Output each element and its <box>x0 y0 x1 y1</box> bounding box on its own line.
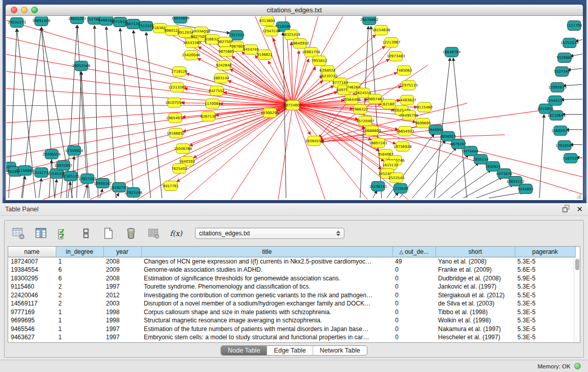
table-cell[interactable]: 2003 <box>103 299 141 308</box>
table-cell[interactable]: Embryonic stem cells: a model to study s… <box>141 333 393 342</box>
table-cell[interactable]: 2 <box>56 299 103 308</box>
table-cell[interactable]: 2008 <box>103 257 141 266</box>
graph-node[interactable]: 6879197 <box>450 139 466 149</box>
table-selector[interactable]: citations_edges.txt <box>195 228 344 239</box>
column-header-name[interactable]: name <box>8 247 56 257</box>
graph-node[interactable]: 9115460 <box>417 102 432 112</box>
table-cell[interactable]: 9777169 <box>8 308 56 317</box>
column-header-out-de-[interactable]: △out_de... <box>393 247 435 257</box>
create-column-icon[interactable] <box>102 227 115 240</box>
graph-node[interactable]: 19654932 <box>166 113 185 123</box>
column-header-year[interactable]: year <box>103 247 141 257</box>
table-cell[interactable]: 2 <box>56 282 103 291</box>
table-cell[interactable]: 18300295 <box>8 274 56 283</box>
graph-node[interactable]: 12444154 <box>546 96 564 105</box>
table-cell[interactable]: 5.3E-5 <box>515 308 575 317</box>
network-window-titlebar[interactable]: citations_edges.txt <box>6 5 583 16</box>
table-cell[interactable]: 1 <box>56 325 103 334</box>
graph-node[interactable]: 8267130 <box>201 112 216 121</box>
table-cell[interactable]: Estimation of significance thresholds fo… <box>141 274 393 283</box>
table-cell[interactable]: Stergiakouli et al. (2012) <box>435 291 515 300</box>
graph-node[interactable]: 2718126 <box>171 67 187 76</box>
graph-node[interactable]: 15751074 <box>560 38 579 48</box>
table-cell[interactable]: 1 <box>56 316 103 325</box>
graph-node[interactable]: 7986322 <box>352 104 368 114</box>
graph-node[interactable]: 16033809 <box>171 16 190 23</box>
table-cell[interactable]: 0 <box>393 282 435 291</box>
table-cell[interactable]: 0 <box>393 291 435 300</box>
graph-node[interactable]: 12213384 <box>168 82 187 92</box>
graph-node[interactable]: 15692971 <box>551 126 570 136</box>
graph-node[interactable]: 16961758 <box>302 47 320 57</box>
table-cell[interactable]: 14569117 <box>8 299 56 308</box>
table-row[interactable]: 946554611997Estimation of the future num… <box>8 325 575 334</box>
graph-node[interactable]: 18640910 <box>291 38 309 48</box>
table-cell[interactable]: 22420046 <box>8 291 56 300</box>
graph-node[interactable]: 26876862 <box>360 16 379 25</box>
column-header-pagerank[interactable]: pagerank <box>515 247 575 257</box>
table-cell[interactable]: 5.6E-5 <box>515 266 575 274</box>
table-cell[interactable]: Hescheler et al. (1997) <box>435 333 515 342</box>
tab-edge-table[interactable]: Edge Table <box>267 346 312 355</box>
graph-node[interactable]: 12975115 <box>400 80 418 90</box>
graph-node[interactable]: 16055257 <box>68 16 86 24</box>
graph-node[interactable]: 15046788 <box>174 144 192 154</box>
graph-node[interactable]: 16543382 <box>183 38 202 48</box>
table-cell[interactable]: 1 <box>56 308 103 317</box>
graph-node[interactable]: 18807243 <box>369 138 387 148</box>
table-cell[interactable]: 0 <box>393 274 435 283</box>
rows-icon[interactable] <box>79 227 93 240</box>
table-cell[interactable]: 9463627 <box>8 333 56 342</box>
table-cell[interactable]: Estimation of the future numbers of pati… <box>141 325 393 334</box>
graph-node[interactable]: 16654923 <box>396 126 415 136</box>
show-columns-icon[interactable] <box>34 227 48 240</box>
table-row[interactable]: 977716911998Corpus callosum shape and si… <box>8 308 575 317</box>
table-row[interactable]: 1456911722003Disruption of a novel membe… <box>8 299 575 308</box>
graph-node[interactable]: 19958187 <box>94 179 112 188</box>
graph-node[interactable]: 7625402 <box>171 164 187 173</box>
graph-node[interactable]: 62160 <box>382 99 396 109</box>
table-cell[interactable]: Jankovic et al. (1997) <box>435 282 515 291</box>
table-cell[interactable]: Yano et al. (2008) <box>435 257 515 266</box>
table-cell[interactable]: Changes of HCN gene expression and I(f) … <box>141 257 393 266</box>
graph-node[interactable]: 19166852 <box>167 128 185 138</box>
float-panel-icon[interactable] <box>562 205 570 214</box>
table-cell[interactable]: 19384554 <box>8 266 56 274</box>
graph-node[interactable]: 9699695 <box>415 118 431 128</box>
table-row[interactable]: 1830029562008Estimation of significance … <box>8 274 575 283</box>
graph-node[interactable]: 18724007 <box>284 100 302 110</box>
table-cell[interactable]: 5.3E-5 <box>515 316 575 325</box>
graph-node[interactable]: 19756928 <box>394 142 412 151</box>
graph-node[interactable]: 23420046 <box>182 50 201 60</box>
graph-node[interactable]: 14463627 <box>398 95 417 105</box>
column-header-in-degree[interactable]: in_degree <box>56 247 103 257</box>
table-cell[interactable]: 5.3E-5 <box>515 257 575 266</box>
table-cell[interactable]: 9699695 <box>8 316 56 325</box>
graph-node[interactable]: 15720407 <box>356 116 375 126</box>
table-row[interactable]: 2242004622012Investigating the contribut… <box>8 291 575 300</box>
table-cell[interactable]: Dudbridge et al. (2008) <box>435 274 515 283</box>
table-cell[interactable]: Genome-wide association studies in ADHD. <box>141 266 393 274</box>
table-cell[interactable]: Tourette syndrome. Phenomenology and cla… <box>141 282 393 291</box>
table-cell[interactable]: 6 <box>56 266 103 274</box>
table-cell[interactable]: 1 <box>56 257 103 266</box>
graph-node[interactable]: 7485063 <box>396 65 412 75</box>
network-canvas[interactable]: 2403557330691406160552571527602646616210… <box>6 16 582 200</box>
graph-node[interactable]: 1111704 <box>566 20 582 30</box>
graph-node[interactable]: 8313604 <box>259 16 276 26</box>
graph-node[interactable]: 9146821 <box>257 50 273 59</box>
table-cell[interactable]: 1997 <box>103 325 141 334</box>
graph-node[interactable]: 20053346 <box>72 61 91 71</box>
table-cell[interactable]: 1997 <box>103 333 141 342</box>
table-cell[interactable]: 18724007 <box>8 257 56 266</box>
table-cell[interactable]: Tibbo et al. (1998) <box>435 308 515 317</box>
table-cell[interactable]: 2 <box>56 291 103 300</box>
table-row[interactable]: 1872400712008Changes of HCN gene express… <box>8 257 575 266</box>
graph-node[interactable]: 1733426 <box>393 184 408 193</box>
table-cell[interactable]: 49 <box>393 257 435 266</box>
graph-node[interactable]: 17359924 <box>65 146 83 156</box>
citation-network-graph[interactable]: 2403557330691406160552571527602646616210… <box>6 16 582 200</box>
graph-node[interactable]: 18107554 <box>165 98 184 107</box>
graph-node[interactable]: 9457791 <box>163 181 179 191</box>
graph-node[interactable]: 1170064 <box>205 99 221 108</box>
